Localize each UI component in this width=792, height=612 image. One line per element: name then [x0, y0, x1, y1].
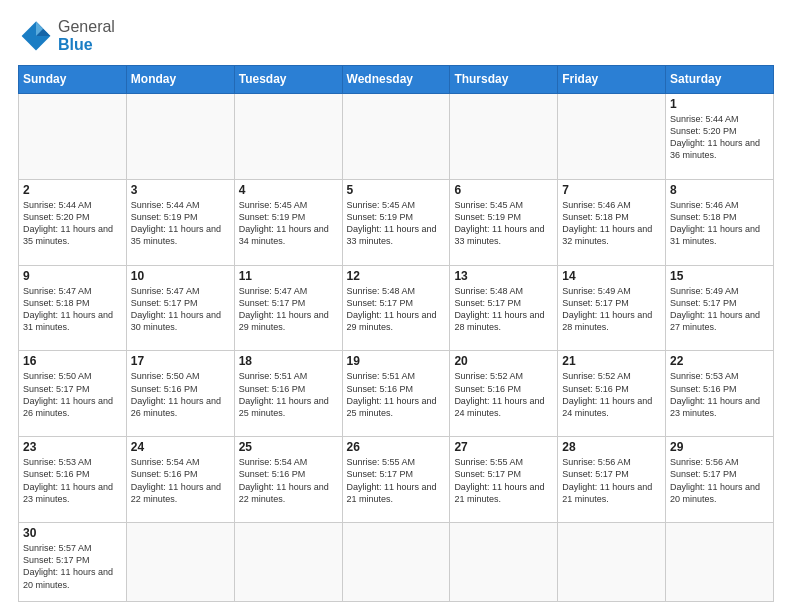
- day-number: 21: [562, 354, 661, 368]
- calendar-cell: 2Sunrise: 5:44 AM Sunset: 5:20 PM Daylig…: [19, 179, 127, 265]
- calendar-cell: [234, 93, 342, 179]
- day-info: Sunrise: 5:56 AM Sunset: 5:17 PM Dayligh…: [670, 456, 769, 505]
- week-row-2: 2Sunrise: 5:44 AM Sunset: 5:20 PM Daylig…: [19, 179, 774, 265]
- calendar-cell: [126, 523, 234, 602]
- day-info: Sunrise: 5:45 AM Sunset: 5:19 PM Dayligh…: [347, 199, 446, 248]
- day-number: 15: [670, 269, 769, 283]
- day-info: Sunrise: 5:47 AM Sunset: 5:17 PM Dayligh…: [239, 285, 338, 334]
- day-number: 3: [131, 183, 230, 197]
- weekday-header-sunday: Sunday: [19, 65, 127, 93]
- day-number: 4: [239, 183, 338, 197]
- calendar-cell: 27Sunrise: 5:55 AM Sunset: 5:17 PM Dayli…: [450, 437, 558, 523]
- calendar-cell: 22Sunrise: 5:53 AM Sunset: 5:16 PM Dayli…: [666, 351, 774, 437]
- header: General Blue: [18, 18, 774, 55]
- day-number: 11: [239, 269, 338, 283]
- calendar-cell: 23Sunrise: 5:53 AM Sunset: 5:16 PM Dayli…: [19, 437, 127, 523]
- day-info: Sunrise: 5:55 AM Sunset: 5:17 PM Dayligh…: [454, 456, 553, 505]
- calendar-cell: [342, 93, 450, 179]
- day-number: 13: [454, 269, 553, 283]
- day-info: Sunrise: 5:56 AM Sunset: 5:17 PM Dayligh…: [562, 456, 661, 505]
- calendar-cell: 29Sunrise: 5:56 AM Sunset: 5:17 PM Dayli…: [666, 437, 774, 523]
- calendar-cell: 8Sunrise: 5:46 AM Sunset: 5:18 PM Daylig…: [666, 179, 774, 265]
- day-number: 30: [23, 526, 122, 540]
- calendar-cell: [234, 523, 342, 602]
- calendar-cell: 12Sunrise: 5:48 AM Sunset: 5:17 PM Dayli…: [342, 265, 450, 351]
- day-info: Sunrise: 5:57 AM Sunset: 5:17 PM Dayligh…: [23, 542, 122, 591]
- day-number: 28: [562, 440, 661, 454]
- week-row-1: 1Sunrise: 5:44 AM Sunset: 5:20 PM Daylig…: [19, 93, 774, 179]
- weekday-header-monday: Monday: [126, 65, 234, 93]
- calendar-cell: 17Sunrise: 5:50 AM Sunset: 5:16 PM Dayli…: [126, 351, 234, 437]
- calendar-cell: 10Sunrise: 5:47 AM Sunset: 5:17 PM Dayli…: [126, 265, 234, 351]
- day-number: 1: [670, 97, 769, 111]
- day-number: 20: [454, 354, 553, 368]
- week-row-3: 9Sunrise: 5:47 AM Sunset: 5:18 PM Daylig…: [19, 265, 774, 351]
- day-info: Sunrise: 5:48 AM Sunset: 5:17 PM Dayligh…: [347, 285, 446, 334]
- day-number: 9: [23, 269, 122, 283]
- day-number: 6: [454, 183, 553, 197]
- page: General Blue SundayMondayTuesdayWednesda…: [0, 0, 792, 612]
- day-number: 24: [131, 440, 230, 454]
- calendar-cell: [126, 93, 234, 179]
- calendar-cell: [666, 523, 774, 602]
- calendar-cell: 11Sunrise: 5:47 AM Sunset: 5:17 PM Dayli…: [234, 265, 342, 351]
- day-number: 27: [454, 440, 553, 454]
- logo-icon: [18, 18, 54, 54]
- day-info: Sunrise: 5:49 AM Sunset: 5:17 PM Dayligh…: [670, 285, 769, 334]
- day-info: Sunrise: 5:52 AM Sunset: 5:16 PM Dayligh…: [454, 370, 553, 419]
- day-info: Sunrise: 5:47 AM Sunset: 5:17 PM Dayligh…: [131, 285, 230, 334]
- calendar-cell: 6Sunrise: 5:45 AM Sunset: 5:19 PM Daylig…: [450, 179, 558, 265]
- calendar-cell: 14Sunrise: 5:49 AM Sunset: 5:17 PM Dayli…: [558, 265, 666, 351]
- weekday-header-saturday: Saturday: [666, 65, 774, 93]
- day-info: Sunrise: 5:45 AM Sunset: 5:19 PM Dayligh…: [454, 199, 553, 248]
- day-info: Sunrise: 5:54 AM Sunset: 5:16 PM Dayligh…: [131, 456, 230, 505]
- day-info: Sunrise: 5:44 AM Sunset: 5:20 PM Dayligh…: [670, 113, 769, 162]
- day-info: Sunrise: 5:51 AM Sunset: 5:16 PM Dayligh…: [239, 370, 338, 419]
- day-info: Sunrise: 5:53 AM Sunset: 5:16 PM Dayligh…: [670, 370, 769, 419]
- day-number: 7: [562, 183, 661, 197]
- day-number: 19: [347, 354, 446, 368]
- day-number: 8: [670, 183, 769, 197]
- week-row-5: 23Sunrise: 5:53 AM Sunset: 5:16 PM Dayli…: [19, 437, 774, 523]
- day-info: Sunrise: 5:55 AM Sunset: 5:17 PM Dayligh…: [347, 456, 446, 505]
- calendar-cell: 30Sunrise: 5:57 AM Sunset: 5:17 PM Dayli…: [19, 523, 127, 602]
- day-number: 10: [131, 269, 230, 283]
- day-number: 18: [239, 354, 338, 368]
- calendar-cell: 5Sunrise: 5:45 AM Sunset: 5:19 PM Daylig…: [342, 179, 450, 265]
- calendar-cell: 7Sunrise: 5:46 AM Sunset: 5:18 PM Daylig…: [558, 179, 666, 265]
- calendar-cell: [19, 93, 127, 179]
- day-info: Sunrise: 5:45 AM Sunset: 5:19 PM Dayligh…: [239, 199, 338, 248]
- calendar-cell: 13Sunrise: 5:48 AM Sunset: 5:17 PM Dayli…: [450, 265, 558, 351]
- calendar-cell: 9Sunrise: 5:47 AM Sunset: 5:18 PM Daylig…: [19, 265, 127, 351]
- calendar-cell: [450, 93, 558, 179]
- day-number: 26: [347, 440, 446, 454]
- calendar-cell: 25Sunrise: 5:54 AM Sunset: 5:16 PM Dayli…: [234, 437, 342, 523]
- calendar-cell: 20Sunrise: 5:52 AM Sunset: 5:16 PM Dayli…: [450, 351, 558, 437]
- day-info: Sunrise: 5:44 AM Sunset: 5:20 PM Dayligh…: [23, 199, 122, 248]
- calendar-cell: [558, 93, 666, 179]
- calendar-cell: 24Sunrise: 5:54 AM Sunset: 5:16 PM Dayli…: [126, 437, 234, 523]
- weekday-header-friday: Friday: [558, 65, 666, 93]
- weekday-header-row: SundayMondayTuesdayWednesdayThursdayFrid…: [19, 65, 774, 93]
- day-info: Sunrise: 5:46 AM Sunset: 5:18 PM Dayligh…: [670, 199, 769, 248]
- day-number: 14: [562, 269, 661, 283]
- day-info: Sunrise: 5:52 AM Sunset: 5:16 PM Dayligh…: [562, 370, 661, 419]
- calendar-cell: 3Sunrise: 5:44 AM Sunset: 5:19 PM Daylig…: [126, 179, 234, 265]
- calendar-cell: [558, 523, 666, 602]
- day-info: Sunrise: 5:53 AM Sunset: 5:16 PM Dayligh…: [23, 456, 122, 505]
- day-info: Sunrise: 5:50 AM Sunset: 5:17 PM Dayligh…: [23, 370, 122, 419]
- calendar-cell: 19Sunrise: 5:51 AM Sunset: 5:16 PM Dayli…: [342, 351, 450, 437]
- day-number: 16: [23, 354, 122, 368]
- day-number: 17: [131, 354, 230, 368]
- calendar-cell: 4Sunrise: 5:45 AM Sunset: 5:19 PM Daylig…: [234, 179, 342, 265]
- calendar-cell: 1Sunrise: 5:44 AM Sunset: 5:20 PM Daylig…: [666, 93, 774, 179]
- day-info: Sunrise: 5:46 AM Sunset: 5:18 PM Dayligh…: [562, 199, 661, 248]
- calendar-cell: 16Sunrise: 5:50 AM Sunset: 5:17 PM Dayli…: [19, 351, 127, 437]
- day-number: 5: [347, 183, 446, 197]
- calendar: SundayMondayTuesdayWednesdayThursdayFrid…: [18, 65, 774, 602]
- day-info: Sunrise: 5:47 AM Sunset: 5:18 PM Dayligh…: [23, 285, 122, 334]
- day-number: 2: [23, 183, 122, 197]
- day-number: 23: [23, 440, 122, 454]
- weekday-header-tuesday: Tuesday: [234, 65, 342, 93]
- day-info: Sunrise: 5:49 AM Sunset: 5:17 PM Dayligh…: [562, 285, 661, 334]
